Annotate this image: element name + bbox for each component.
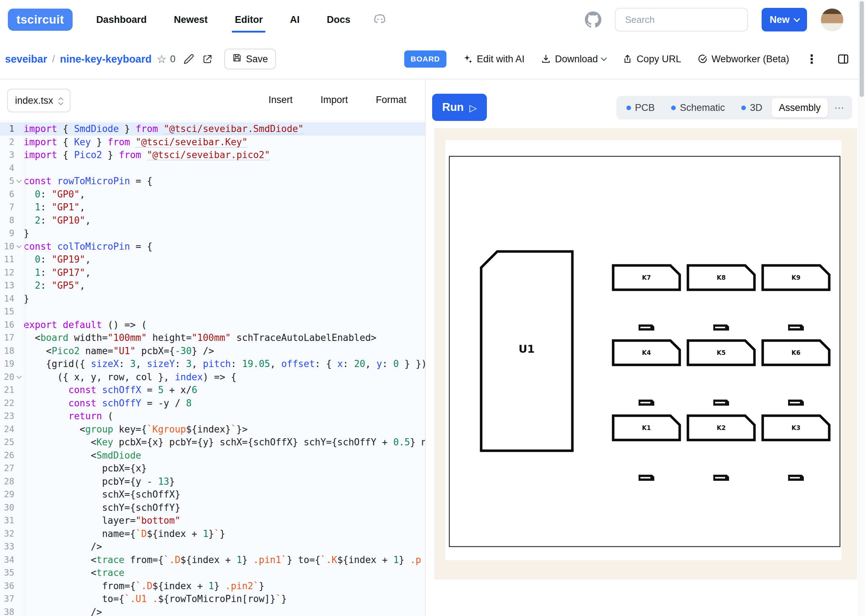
line-number: 34 bbox=[0, 555, 14, 565]
code-line-35: 35 <trace bbox=[0, 566, 425, 580]
line-number: 1 bbox=[0, 124, 14, 134]
breadcrumb-project-link[interactable]: nine-key-keyboard bbox=[60, 53, 151, 65]
nav-item-newest[interactable]: Newest bbox=[173, 11, 209, 28]
tab-pcb[interactable]: PCB bbox=[619, 98, 662, 117]
tab-3d[interactable]: 3D bbox=[734, 98, 769, 117]
line-text: import { SmdDiode } from "@tsci/seveibar… bbox=[24, 123, 425, 134]
new-button[interactable]: New bbox=[761, 8, 807, 31]
code-line-17: 17 <board width="100mm" height="100mm" s… bbox=[0, 331, 425, 344]
tab-status-dot bbox=[671, 105, 676, 110]
run-button[interactable]: Run ▷ bbox=[432, 94, 487, 121]
webworker-toggle[interactable]: Webworker (Beta) bbox=[698, 53, 789, 65]
download-button[interactable]: Download bbox=[541, 53, 606, 65]
editor-toolbar: index.tsx InsertImportFormat bbox=[0, 79, 425, 120]
edit-with-ai-button[interactable]: Edit with AI bbox=[463, 53, 525, 65]
assembly-drawing: U1K7K8K9K4K5K6K1K2K3 bbox=[434, 128, 857, 580]
breadcrumb-user-link[interactable]: seveibar bbox=[5, 53, 47, 65]
line-number: 24 bbox=[0, 424, 14, 434]
line-number: 12 bbox=[0, 267, 14, 278]
fold-arrow-icon[interactable] bbox=[14, 245, 24, 248]
nav-items: DashboardNewestEditorAIDocs bbox=[96, 11, 351, 28]
editor-panel: index.tsx InsertImportFormat 1import { S… bbox=[0, 79, 426, 616]
play-icon: ▷ bbox=[469, 102, 477, 113]
github-icon[interactable] bbox=[585, 11, 601, 28]
tab-assembly[interactable]: Assembly bbox=[772, 98, 828, 117]
line-text: name={`D${index + 1}`} bbox=[24, 528, 425, 539]
line-number: 23 bbox=[0, 411, 14, 421]
fold-arrow-icon[interactable] bbox=[14, 376, 24, 378]
line-text: export default () => ( bbox=[24, 319, 425, 330]
code-line-20: 20 ({ x, y, row, col }, index) => { bbox=[0, 371, 425, 384]
preview-panel: Run ▷ PCBSchematic3DAssembly⋯ U1K7K8K9K4… bbox=[426, 79, 859, 616]
code-line-21: 21 const schOffX = 5 + x/6 bbox=[0, 383, 425, 397]
line-number: 13 bbox=[0, 280, 14, 291]
copy-url-button[interactable]: Copy URL bbox=[622, 53, 681, 65]
line-number: 14 bbox=[0, 294, 14, 304]
code-line-27: 27 pcbX={x} bbox=[0, 462, 425, 475]
code-line-9: 9} bbox=[0, 227, 425, 240]
line-number: 9 bbox=[0, 228, 14, 238]
board-badge[interactable]: BOARD bbox=[404, 50, 446, 68]
nav-item-docs[interactable]: Docs bbox=[326, 11, 351, 28]
assembly-canvas[interactable]: U1K7K8K9K4K5K6K1K2K3 bbox=[434, 128, 857, 580]
key-label-K6: K6 bbox=[791, 349, 800, 356]
page-scrollbar-track bbox=[859, 0, 865, 616]
line-text: <trace from={`.D${index + 1} .pin1`} to=… bbox=[24, 555, 425, 565]
nav-item-ai[interactable]: AI bbox=[289, 11, 300, 28]
code-line-31: 31 layer="bottom" bbox=[0, 514, 425, 527]
star-icon[interactable]: ☆ bbox=[157, 53, 167, 65]
save-button[interactable]: Save bbox=[224, 49, 276, 69]
open-share-icon[interactable] bbox=[202, 53, 213, 64]
code-line-30: 30 schY={schOffY} bbox=[0, 501, 425, 514]
diode-stripe bbox=[790, 477, 800, 479]
discord-icon[interactable] bbox=[372, 11, 388, 28]
more-options-kebab[interactable]: ⋮ bbox=[805, 52, 818, 66]
code-line-5: 5const rowToMicroPin = { bbox=[0, 174, 425, 188]
avatar[interactable] bbox=[821, 8, 843, 31]
diode-stripe bbox=[641, 402, 650, 404]
line-number: 6 bbox=[0, 189, 14, 199]
tab-schematic[interactable]: Schematic bbox=[664, 98, 732, 117]
code-line-15: 15 bbox=[0, 305, 425, 318]
line-text: /> bbox=[24, 607, 425, 616]
tabs-overflow-button[interactable]: ⋯ bbox=[830, 102, 849, 114]
tscircuit-logo[interactable]: tscircuit bbox=[8, 9, 72, 31]
key-label-K8: K8 bbox=[717, 274, 725, 281]
breadcrumb: seveibar / nine-key-keyboard ☆ 0 bbox=[5, 49, 276, 69]
nav-item-dashboard[interactable]: Dashboard bbox=[96, 11, 148, 28]
code-editor[interactable]: 1import { SmdDiode } from "@tsci/seveiba… bbox=[0, 120, 425, 616]
file-name: index.tsx bbox=[15, 95, 53, 106]
file-select[interactable]: index.tsx bbox=[7, 89, 71, 112]
toggle-panel-icon[interactable] bbox=[837, 53, 849, 65]
edit-pencil-icon[interactable] bbox=[184, 53, 194, 64]
tab-label: PCB bbox=[635, 102, 655, 113]
diode-stripe bbox=[715, 402, 725, 404]
line-text: to={`.U1 .${rowToMicroPin[row]}`} bbox=[24, 594, 425, 604]
code-line-4: 4 bbox=[0, 162, 425, 175]
editor-menu-insert[interactable]: Insert bbox=[268, 94, 293, 105]
line-number: 32 bbox=[0, 529, 14, 539]
line-text: 1: "GP1", bbox=[24, 202, 425, 212]
code-line-32: 32 name={`D${index + 1}`} bbox=[0, 527, 425, 541]
line-text: schX={schOffX} bbox=[24, 489, 425, 500]
tab-status-dot bbox=[741, 105, 746, 110]
editor-menu-format[interactable]: Format bbox=[376, 94, 407, 105]
search-input[interactable] bbox=[615, 8, 748, 31]
line-number: 20 bbox=[0, 372, 14, 382]
code-line-2: 2import { Key } from "@tsci/seveibar.Key… bbox=[0, 135, 425, 149]
line-text: 0: "GP0", bbox=[24, 189, 425, 200]
check-circle-icon bbox=[698, 54, 708, 64]
fold-arrow-icon[interactable] bbox=[14, 180, 24, 182]
key-label-K2: K2 bbox=[717, 424, 725, 431]
nav-item-editor[interactable]: Editor bbox=[234, 11, 263, 28]
line-number: 8 bbox=[0, 215, 14, 225]
code-line-1: 1import { SmdDiode } from "@tsci/seveiba… bbox=[0, 123, 425, 135]
code-line-29: 29 schX={schOffX} bbox=[0, 488, 425, 501]
sparkles-icon bbox=[463, 54, 473, 64]
page-scrollbar-thumb[interactable] bbox=[860, 1, 864, 97]
nav-right: New bbox=[585, 8, 843, 31]
tab-status-dot bbox=[626, 105, 631, 110]
editor-menu-import[interactable]: Import bbox=[320, 94, 348, 105]
diode-stripe bbox=[641, 327, 650, 328]
line-text: ({ x, y, row, col }, index) => { bbox=[24, 372, 425, 382]
